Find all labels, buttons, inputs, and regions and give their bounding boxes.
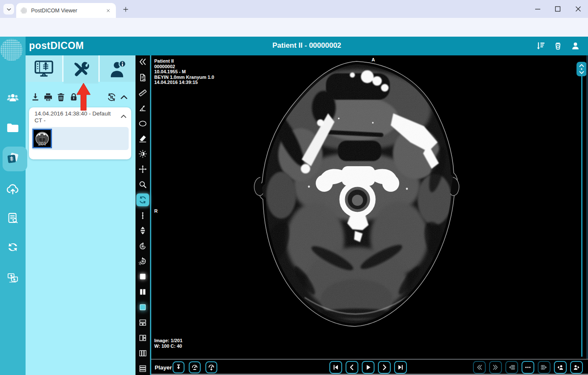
next-image-button[interactable] [378, 361, 391, 374]
ruler-tool-button[interactable] [136, 87, 149, 99]
speed-increase-button[interactable] [205, 361, 217, 373]
sort-descending-icon[interactable] [536, 41, 545, 51]
speed-plus-icon [207, 363, 216, 372]
user-icon[interactable] [571, 41, 580, 51]
layout-single-icon [138, 272, 147, 281]
layout-top-bottom-button[interactable] [136, 316, 149, 329]
series-thumbnail[interactable]: 201 [32, 129, 52, 148]
layout-top-bottom-icon [138, 318, 147, 327]
last-icon [396, 363, 405, 372]
sidebar-item-upload[interactable] [0, 180, 26, 197]
layout-current-button[interactable] [136, 301, 149, 314]
layout-three-columns-button[interactable] [136, 347, 149, 360]
more-options-button[interactable] [522, 361, 534, 374]
series-collapse-icon[interactable] [120, 112, 127, 120]
left-rail [0, 37, 26, 375]
collapse-toolbar-button[interactable] [118, 91, 130, 103]
download-icon [30, 92, 40, 102]
layout-three-rows-icon [138, 364, 147, 373]
window-minimize-button[interactable] [533, 5, 542, 13]
print-button[interactable] [42, 91, 54, 103]
window-close-button[interactable] [574, 5, 582, 13]
folder-icon [6, 122, 19, 133]
layout-three-columns-icon [138, 349, 147, 358]
ellipse-tool-button[interactable] [136, 117, 149, 130]
sidebar-item-studies[interactable] [0, 150, 26, 167]
browser-toolbar: germany.postdicom.com/Viewer/Main [0, 18, 588, 37]
rotate-reset-button[interactable] [136, 240, 149, 253]
close-icon [106, 9, 110, 13]
chevron-down-icon [6, 6, 12, 13]
tab-tools[interactable] [63, 55, 98, 84]
sidebar-item-folders[interactable] [0, 119, 26, 136]
recycle-bin-icon[interactable] [553, 41, 563, 51]
window-level-button[interactable] [136, 147, 149, 160]
sidebar-item-patients[interactable] [0, 89, 26, 107]
stack-scroll-button[interactable] [136, 224, 149, 237]
delete-button[interactable] [55, 91, 67, 103]
tab-viewer-display[interactable] [26, 55, 62, 82]
next-layout-button[interactable] [538, 361, 551, 374]
ellipse-icon [138, 119, 147, 128]
play-button[interactable] [362, 361, 375, 374]
browser-tab[interactable]: PostDICOM Viewer [16, 3, 116, 18]
viewer-edge-strip [586, 55, 588, 359]
minimize-icon [535, 6, 541, 12]
layout-two-columns-button[interactable] [136, 286, 149, 298]
view-report-button[interactable] [136, 71, 149, 84]
layout-three-rows-button[interactable] [136, 362, 149, 375]
slice-slider-thumb[interactable] [576, 62, 587, 76]
layout-single-button[interactable] [136, 270, 149, 283]
last-image-button[interactable] [394, 361, 407, 374]
sidebar-item-share-screens[interactable] [0, 269, 26, 286]
side-panel: 14.04.2016 14:38:40 - Default CT - 2 [26, 55, 135, 375]
angle-tool-button[interactable] [136, 102, 149, 115]
annotation-arrow [76, 83, 91, 111]
series-title[interactable]: 14.04.2016 14:38:40 - Default CT - [35, 110, 120, 124]
rotate-auto-button[interactable] [136, 255, 149, 268]
first-image-button[interactable] [329, 361, 342, 374]
new-tab-button[interactable] [121, 5, 130, 14]
series-layout-button[interactable] [106, 91, 118, 103]
cine-save-button[interactable] [173, 361, 184, 373]
previous-icon [348, 363, 356, 372]
tab-search-button[interactable] [3, 4, 14, 14]
speed-decrease-button[interactable] [189, 361, 201, 373]
previous-image-button[interactable] [346, 361, 358, 374]
collapse-panel-button[interactable] [136, 55, 149, 68]
next-series-button[interactable] [489, 361, 502, 374]
screen: PostDICOM Viewer [0, 0, 588, 375]
overlay-birthdate-sex: 10.04.1955 - M [154, 69, 214, 75]
orientation-marker-right: R [154, 208, 158, 214]
ct-axial-image [241, 59, 473, 329]
sidebar-item-worklist[interactable] [0, 210, 26, 227]
grid-previous-icon [507, 363, 516, 372]
rotate-tool-button[interactable] [136, 193, 149, 206]
pan-tool-button[interactable] [136, 163, 149, 176]
slice-slider-track[interactable] [581, 75, 582, 357]
player-bar: Player [151, 359, 588, 375]
tab-patient-info[interactable] [100, 55, 135, 82]
eraser-icon [138, 134, 147, 143]
brightness-icon [138, 149, 147, 159]
sync-arrows-icon [7, 241, 19, 253]
worklist-search-icon [7, 212, 19, 224]
dicom-overlay-bottomleft: Image: 1/201 W: 100 C: 40 [154, 338, 182, 349]
header-actions [536, 41, 580, 51]
sidebar-item-sync[interactable] [0, 239, 26, 256]
overlay-acquisition-datetime: 14.04.2016 14:39:15 [154, 80, 214, 85]
image-viewport[interactable]: Patient II 00000002 10.04.1955 - M BEYIN… [151, 55, 588, 359]
favicon-icon [20, 7, 27, 14]
zoom-tool-button[interactable] [136, 178, 149, 191]
eraser-tool-button[interactable] [136, 132, 149, 145]
window-maximize-button[interactable] [553, 5, 562, 13]
layout-left-right-button[interactable] [136, 332, 149, 344]
previous-series-button[interactable] [473, 361, 486, 374]
tab-close-button[interactable] [104, 7, 112, 14]
previous-patient-button[interactable] [554, 361, 567, 374]
previous-layout-button[interactable] [505, 361, 518, 374]
next-patient-button[interactable] [570, 361, 583, 374]
scroll-images-button[interactable] [136, 209, 149, 222]
series-thumbnail-row: 201 [32, 127, 129, 150]
download-button[interactable] [29, 91, 41, 103]
